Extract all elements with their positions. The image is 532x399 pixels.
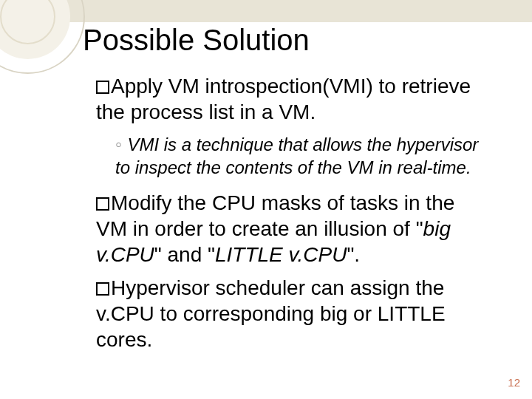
bullet-2-emph-2: LITTLE v.CPU — [215, 243, 347, 266]
bullet-2: Modify the CPU masks of tasks in the VM … — [96, 190, 491, 267]
square-bullet-icon — [96, 282, 109, 296]
bullet-2-text-3: ". — [347, 243, 360, 266]
bullet-1: Apply VM introspection(VMI) to retrieve … — [96, 73, 491, 125]
body-text: Apply VM introspection(VMI) to retrieve … — [83, 73, 491, 352]
slide-title: Possible Solution — [83, 24, 491, 57]
bullet-3: Hypervisor scheduler can assign the v.CP… — [96, 275, 491, 352]
sub-bullet-mark: ◦ — [115, 133, 127, 155]
page-number: 12 — [508, 376, 520, 389]
square-bullet-icon — [96, 81, 109, 94]
bullet-2-text-2: " and " — [154, 243, 215, 266]
content-area: Possible Solution Apply VM introspection… — [0, 0, 532, 399]
bullet-1-text: Apply VM introspection(VMI) to retrieve … — [96, 75, 471, 123]
bullet-3-text: Hypervisor scheduler can assign the v.CP… — [96, 276, 446, 351]
slide: Possible Solution Apply VM introspection… — [0, 0, 532, 399]
sub-bullet-1-text: VMI is a technique that allows the hyper… — [115, 134, 478, 177]
sub-bullet-1: ◦ VMI is a technique that allows the hyp… — [96, 132, 491, 180]
square-bullet-icon — [96, 197, 109, 211]
bullet-2-text-1: Modify the CPU masks of tasks in the VM … — [96, 191, 454, 240]
